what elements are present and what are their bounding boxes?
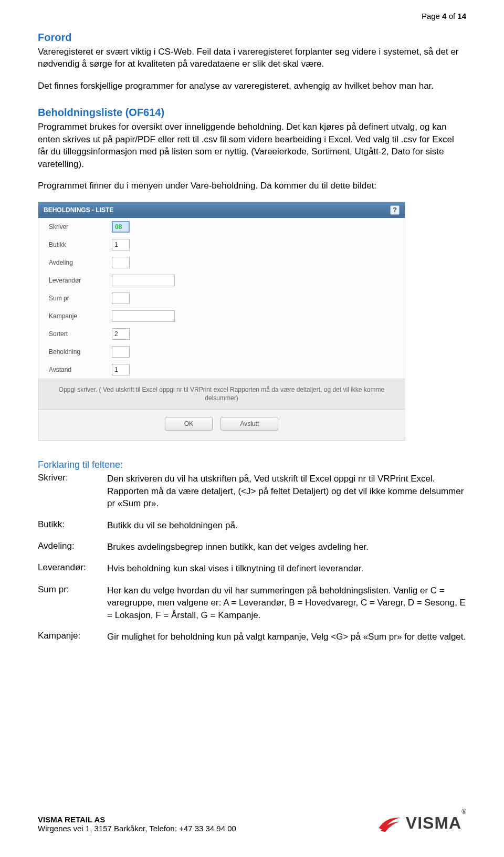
row-skriver: Skriver (38, 218, 405, 236)
page-current: 4 (442, 12, 446, 20)
ok-button[interactable]: OK (165, 417, 213, 431)
forord-p2: Det finnes forskjellige programmer for a… (38, 80, 466, 92)
row-leverandor: Leverandør (38, 271, 405, 289)
footer-company: VISMA RETAIL AS (38, 815, 236, 824)
logo-word: VISMA (406, 813, 461, 832)
row-sumpr: Sum pr (38, 289, 405, 307)
of614-p2: Programmet finner du i menyen under Vare… (38, 180, 466, 192)
field-explanations: Forklaring til feltene: Skriver: Den skr… (38, 459, 466, 643)
row-sortert: Sortert (38, 325, 405, 343)
input-avstand[interactable] (112, 364, 130, 375)
registered-icon: ® (461, 808, 466, 816)
label-beholdning: Beholdning (49, 348, 112, 356)
label-sumpr: Sum pr (49, 295, 112, 302)
page-of: of (449, 12, 456, 20)
explain-row-butikk: Butikk: Butikk du vil se beholdningen på… (38, 519, 466, 531)
row-kampanje: Kampanje (38, 307, 405, 325)
explain-label-butikk: Butikk: (38, 519, 107, 531)
dialog-titlebar: BEHOLDNINGS - LISTE ? (38, 202, 405, 218)
label-butikk: Butikk (49, 241, 112, 248)
explain-label-skriver: Skriver: (38, 473, 107, 509)
row-avstand: Avstand (38, 361, 405, 379)
explain-label-leverandor: Leverandør: (38, 562, 107, 574)
page-total: 14 (457, 12, 466, 20)
explain-row-kampanje: Kampanje: Gir mulighet for beholdning ku… (38, 631, 466, 643)
explain-row-sumpr: Sum pr: Her kan du velge hvordan du vil … (38, 584, 466, 621)
explain-desc-avdeling: Brukes avdelingsbegrep innen butikk, kan… (107, 541, 466, 553)
input-avdeling[interactable] (112, 257, 130, 268)
dialog-buttonbar: OK Avslutt (38, 410, 405, 440)
explain-desc-sumpr: Her kan du velge hvordan du vil har summ… (107, 584, 466, 621)
explain-desc-butikk: Butikk du vil se beholdningen på. (107, 519, 466, 531)
of614-p1: Programmet brukes for oversikt over inne… (38, 121, 466, 170)
page-label: Page (422, 12, 440, 20)
forord-p1: Vareregisteret er svært viktig i CS-Web.… (38, 46, 466, 70)
input-sortert[interactable] (112, 328, 130, 340)
footer-address: Wirgenes vei 1, 3157 Barkåker, Telefon: … (38, 824, 236, 833)
avslutt-button[interactable]: Avslutt (220, 417, 278, 431)
footer-text: VISMA RETAIL AS Wirgenes vei 1, 3157 Bar… (38, 815, 236, 833)
input-sumpr[interactable] (112, 292, 130, 304)
row-avdeling: Avdeling (38, 254, 405, 271)
input-beholdning[interactable] (112, 346, 130, 358)
heading-forord: Forord (38, 32, 466, 44)
input-leverandor[interactable] (112, 275, 175, 286)
heading-forklaring: Forklaring til feltene: (38, 459, 466, 471)
row-butikk: Butikk (38, 236, 405, 254)
explain-row-avdeling: Avdeling: Brukes avdelingsbegrep innen b… (38, 541, 466, 553)
help-icon[interactable]: ? (390, 205, 400, 215)
explain-desc-skriver: Den skriveren du vil ha utskriften på, V… (107, 473, 466, 509)
explain-desc-kampanje: Gir mulighet for beholdning kun på valgt… (107, 631, 466, 643)
label-kampanje: Kampanje (49, 312, 112, 320)
explain-row-skriver: Skriver: Den skriveren du vil ha utskrif… (38, 473, 466, 509)
visma-logo: VISMA® (377, 813, 466, 833)
explain-row-leverandor: Leverandør: Hvis beholdning kun skal vis… (38, 562, 466, 574)
input-butikk[interactable] (112, 239, 130, 250)
heading-of614: Beholdningsliste (OF614) (38, 107, 466, 119)
dialog-title: BEHOLDNINGS - LISTE (44, 206, 113, 214)
label-avdeling: Avdeling (49, 259, 112, 266)
explain-label-kampanje: Kampanje: (38, 631, 107, 643)
swoosh-icon (377, 814, 402, 833)
input-kampanje[interactable] (112, 310, 175, 322)
label-avstand: Avstand (49, 366, 112, 373)
dialog-beholdningsliste: BEHOLDNINGS - LISTE ? Skriver Butikk Avd… (38, 202, 405, 441)
page-footer: VISMA RETAIL AS Wirgenes vei 1, 3157 Bar… (38, 813, 466, 833)
dialog-hint: Oppgi skriver. ( Ved utskrift til Excel … (38, 379, 405, 410)
page-number: Page 4 of 14 (422, 12, 466, 20)
label-sortert: Sortert (49, 330, 112, 338)
explain-desc-leverandor: Hvis beholdning kun skal vises i tilknyt… (107, 562, 466, 574)
input-skriver[interactable] (112, 221, 130, 233)
row-beholdning: Beholdning (38, 343, 405, 361)
label-leverandor: Leverandør (49, 277, 112, 284)
label-skriver: Skriver (49, 223, 112, 231)
explain-label-avdeling: Avdeling: (38, 541, 107, 553)
explain-label-sumpr: Sum pr: (38, 584, 107, 621)
